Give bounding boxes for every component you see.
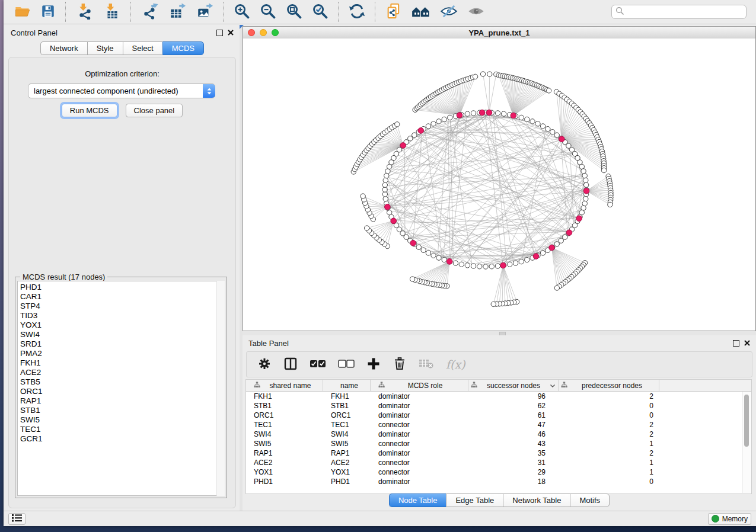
import-table-button[interactable] — [100, 1, 124, 23]
toolbar-separator — [338, 2, 339, 22]
close-panel-icon[interactable] — [744, 339, 750, 348]
table-row[interactable]: ACE2 ACE2 connector 31 1 — [246, 458, 751, 467]
delete-table-icon — [419, 358, 434, 371]
task-history-button[interactable] — [8, 513, 25, 525]
network-window: YPA_prune.txt_1 — [243, 26, 756, 331]
first-neighbors-button[interactable] — [409, 1, 433, 23]
export-network-button[interactable] — [138, 1, 162, 23]
zoom-fit-icon — [286, 3, 302, 21]
column-header-name[interactable]: name — [323, 380, 371, 391]
show-all-button[interactable] — [464, 1, 488, 23]
select-all-button[interactable] — [307, 353, 329, 376]
app-window: Control Panel Network Style Select MCDS … — [4, 0, 756, 526]
memory-label: Memory — [722, 515, 748, 523]
mcds-result-list[interactable]: PHD1CAR1STP4TID3YOX1SWI4SRD1PMA2FKH1ACE2… — [17, 281, 225, 496]
horizontal-splitter[interactable] — [243, 331, 756, 335]
float-panel-icon[interactable] — [733, 340, 739, 347]
deselect-all-button[interactable] — [335, 353, 358, 376]
tab-select[interactable]: Select — [123, 41, 162, 55]
import-network-button[interactable] — [73, 1, 97, 23]
tab-network[interactable]: Network — [40, 41, 87, 55]
column-type-icon — [561, 382, 567, 390]
mcds-result-item: PMA2 — [20, 349, 224, 358]
tab-motifs[interactable]: Motifs — [570, 493, 610, 507]
status-bar: Memory — [4, 511, 756, 526]
search-input[interactable] — [624, 7, 742, 17]
delete-column-button[interactable] — [390, 353, 410, 376]
export-table-button[interactable] — [165, 1, 189, 23]
column-header-mcds-role[interactable]: MCDS role — [371, 380, 468, 391]
open-file-button[interactable] — [11, 1, 34, 23]
zoom-selected-button[interactable] — [309, 1, 331, 23]
delete-table-button[interactable] — [416, 353, 437, 376]
control-panel-titlebar: Control Panel — [5, 25, 240, 40]
mcds-result-item: TEC1 — [20, 425, 224, 434]
table-row[interactable]: STB1 STB1 dominator 62 0 — [246, 401, 751, 411]
tab-mcds[interactable]: MCDS — [162, 41, 204, 55]
node-table: shared name name MCDS role successor nod… — [245, 379, 752, 494]
export-image-button[interactable] — [193, 1, 216, 23]
mcds-result-item: RAP1 — [20, 396, 224, 406]
table-row[interactable]: SWI5 SWI5 connector 43 1 — [246, 439, 751, 448]
mcds-result-item: YOX1 — [20, 321, 224, 330]
column-header-shared-name[interactable]: shared name — [246, 380, 323, 391]
refresh-button[interactable] — [346, 1, 368, 23]
search-field[interactable] — [611, 5, 747, 19]
column-header-predecessor-nodes[interactable]: predecessor nodes — [559, 380, 659, 391]
column-type-icon — [254, 382, 260, 390]
mcds-result-item: PHD1 — [20, 283, 224, 292]
unchecked-boxes-icon — [338, 359, 355, 370]
function-fx-icon: f(x) — [446, 358, 465, 371]
first-neighbors-icon — [412, 4, 430, 21]
clone-network-button[interactable] — [382, 1, 405, 23]
toolbar-separator — [375, 2, 376, 22]
list-icon — [12, 514, 22, 524]
zoom-fit-button[interactable] — [283, 1, 305, 23]
float-panel-icon[interactable] — [216, 30, 223, 36]
table-scrollbar[interactable] — [742, 392, 751, 493]
show-columns-button[interactable] — [280, 353, 301, 376]
mcds-result-item: SWI4 — [20, 330, 224, 339]
criterion-dropdown[interactable]: largest connected component (undirected) — [28, 84, 215, 98]
table-settings-button[interactable] — [254, 353, 275, 376]
mcds-list-scrollbar[interactable] — [216, 281, 225, 496]
open-folder-icon — [14, 4, 31, 21]
close-panel-icon[interactable] — [228, 28, 234, 37]
tab-style[interactable]: Style — [87, 41, 123, 55]
save-floppy-icon — [40, 4, 56, 21]
checked-boxes-icon — [310, 359, 326, 370]
table-row[interactable]: FKH1 FKH1 dominator 96 2 — [246, 392, 751, 401]
tab-network-table[interactable]: Network Table — [503, 493, 570, 507]
table-row[interactable]: TEC1 TEC1 connector 47 2 — [246, 420, 751, 430]
mcds-result-title: MCDS result (17 nodes) — [20, 273, 107, 281]
function-builder-button[interactable]: f(x) — [443, 353, 468, 376]
clone-network-icon — [385, 3, 402, 21]
mcds-result-item: FKH1 — [20, 358, 224, 368]
table-row[interactable]: SWI4 SWI4 dominator 46 2 — [246, 430, 751, 439]
mcds-result-item: STB5 — [20, 377, 224, 387]
save-session-button[interactable] — [37, 1, 59, 23]
network-canvas[interactable] — [243, 39, 755, 331]
mcds-result-item: STP4 — [20, 302, 224, 311]
memory-button[interactable]: Memory — [708, 513, 751, 525]
plus-icon — [366, 357, 381, 373]
network-graph[interactable] — [243, 39, 755, 331]
table-row[interactable]: YOX1 YOX1 connector 29 1 — [246, 467, 751, 477]
network-titlebar[interactable]: YPA_prune.txt_1 — [243, 27, 755, 39]
export-image-icon — [196, 3, 213, 21]
show-all-eye-icon — [467, 4, 485, 21]
column-type-icon — [471, 382, 477, 390]
add-column-button[interactable] — [363, 353, 384, 376]
zoom-in-button[interactable] — [231, 1, 253, 23]
run-mcds-button[interactable]: Run MCDS — [62, 104, 117, 117]
table-row[interactable]: PHD1 PHD1 dominator 18 0 — [246, 477, 751, 486]
zoom-out-button[interactable] — [257, 1, 279, 23]
tab-edge-table[interactable]: Edge Table — [446, 493, 503, 507]
hide-selected-button[interactable] — [437, 1, 461, 23]
tab-node-table[interactable]: Node Table — [389, 493, 446, 507]
table-row[interactable]: ORC1 ORC1 dominator 61 0 — [246, 411, 751, 420]
close-panel-button[interactable]: Close panel — [126, 104, 183, 117]
column-header-successor-nodes[interactable]: successor nodes — [468, 380, 559, 391]
table-scrollbar-thumb[interactable] — [744, 395, 749, 447]
table-row[interactable]: RAP1 RAP1 dominator 35 2 — [246, 448, 751, 458]
